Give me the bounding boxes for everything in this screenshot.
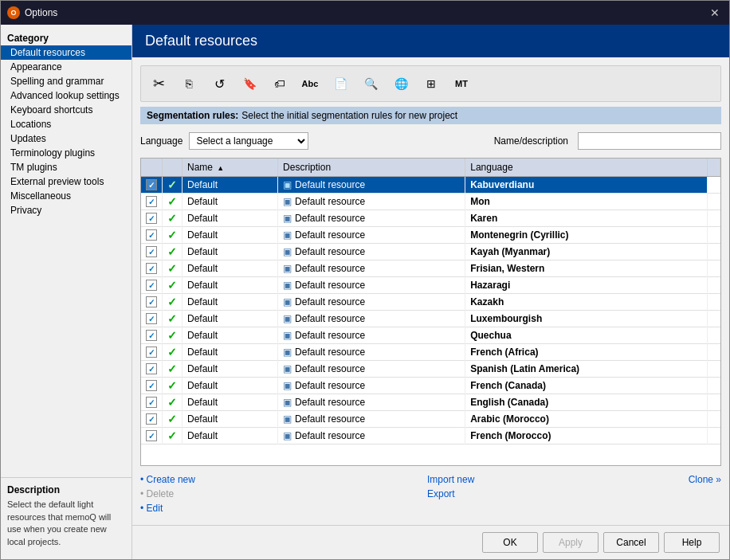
- row-checkbox[interactable]: ✓: [141, 361, 163, 378]
- toolbar-bookmark2-btn[interactable]: 🏷: [265, 69, 294, 98]
- checkbox-icon: ✓: [146, 363, 157, 374]
- row-language: Frisian, Western: [465, 260, 708, 277]
- row-checkbox[interactable]: ✓: [141, 210, 163, 227]
- col-name[interactable]: Name ▲: [182, 159, 278, 177]
- col-language[interactable]: Language: [465, 159, 708, 177]
- row-language: Quechua: [465, 327, 708, 344]
- actions-col-right: Clone »: [689, 474, 721, 485]
- row-checkbox[interactable]: ✓: [141, 277, 163, 294]
- row-checkbox[interactable]: ✓: [141, 260, 163, 277]
- row-description: ▣Default resource: [278, 411, 465, 428]
- create-new-link[interactable]: • Create new: [140, 474, 268, 485]
- table-row[interactable]: ✓ ✓ Default ▣Default resource Hazaragi: [141, 277, 720, 294]
- row-name: Default: [182, 227, 278, 244]
- doc-icon: ▣: [283, 179, 292, 190]
- table-row[interactable]: ✓ ✓ Default ▣Default resource French (Ca…: [141, 378, 720, 394]
- sidebar-item-spelling-grammar[interactable]: Spelling and grammar: [1, 74, 131, 88]
- row-checkbox[interactable]: ✓: [141, 194, 163, 210]
- row-description: ▣Default resource: [278, 344, 465, 361]
- toolbar-refresh-btn[interactable]: ↺: [205, 69, 234, 98]
- row-valid: ✓: [163, 344, 182, 361]
- row-checkbox[interactable]: ✓: [141, 327, 163, 344]
- sidebar-item-terminology-plugins[interactable]: Terminology plugins: [1, 146, 131, 160]
- table-row[interactable]: ✓ ✓ Default ▣Default resource Montenegri…: [141, 227, 720, 244]
- row-language: Luxembourgish: [465, 311, 708, 327]
- table-row[interactable]: ✓ ✓ Default ▣Default resource Frisian, W…: [141, 260, 720, 277]
- help-button[interactable]: Help: [664, 532, 720, 553]
- import-new-link[interactable]: Import new: [427, 474, 555, 485]
- sidebar-item-default-resources[interactable]: Default resources: [1, 45, 131, 60]
- row-checkbox[interactable]: ✓: [141, 411, 163, 428]
- table-row[interactable]: ✓ ✓ Default ▣Default resource Kabuverdia…: [141, 177, 720, 194]
- apply-button[interactable]: Apply: [543, 532, 599, 553]
- row-name: Default: [182, 277, 278, 294]
- table-row[interactable]: ✓ ✓ Default ▣Default resource Mon: [141, 194, 720, 210]
- cancel-button[interactable]: Cancel: [603, 532, 659, 553]
- language-filter-select[interactable]: Select a language: [189, 132, 308, 150]
- row-checkbox[interactable]: ✓: [141, 344, 163, 361]
- toolbar-search-btn[interactable]: 🔍: [356, 69, 385, 98]
- toolbar-bookmark-btn[interactable]: 🔖: [235, 69, 264, 98]
- row-checkbox[interactable]: ✓: [141, 294, 163, 311]
- sidebar-category-label: Category: [1, 29, 131, 45]
- sidebar-item-privacy[interactable]: Privacy: [1, 203, 131, 217]
- sidebar-item-appearance[interactable]: Appearance: [1, 60, 131, 74]
- table-row[interactable]: ✓ ✓ Default ▣Default resource Quechua: [141, 327, 720, 344]
- row-checkbox[interactable]: ✓: [141, 177, 163, 194]
- row-valid: ✓: [163, 227, 182, 244]
- row-checkbox[interactable]: ✓: [141, 394, 163, 411]
- row-description: ▣Default resource: [278, 361, 465, 378]
- sidebar-item-locations[interactable]: Locations: [1, 117, 131, 131]
- app-icon: O: [7, 6, 20, 19]
- actions-col-mid: Import new Export: [427, 474, 555, 499]
- toolbar-globe-btn[interactable]: 🌐: [387, 69, 415, 98]
- sidebar-item-updates[interactable]: Updates: [1, 131, 131, 146]
- close-button[interactable]: ✕: [707, 6, 723, 20]
- row-checkbox[interactable]: ✓: [141, 244, 163, 260]
- sidebar-item-miscellaneous[interactable]: Miscellaneous: [1, 189, 131, 203]
- table-row[interactable]: ✓ ✓ Default ▣Default resource French (Mo…: [141, 428, 720, 444]
- sidebar-item-advanced-lookup[interactable]: Advanced lookup settings: [1, 88, 131, 103]
- export-link[interactable]: Export: [427, 488, 555, 499]
- table-row[interactable]: ✓ ✓ Default ▣Default resource Spanish (L…: [141, 361, 720, 378]
- checkbox-icon: ✓: [146, 397, 157, 408]
- row-name: Default: [182, 361, 278, 378]
- row-checkbox[interactable]: ✓: [141, 428, 163, 444]
- table-row[interactable]: ✓ ✓ Default ▣Default resource French (Af…: [141, 344, 720, 361]
- seg-rules-bar: Segmentation rules: Select the initial s…: [140, 107, 721, 124]
- row-name: Default: [182, 327, 278, 344]
- table-row[interactable]: ✓ ✓ Default ▣Default resource Karen: [141, 210, 720, 227]
- row-checkbox[interactable]: ✓: [141, 227, 163, 244]
- table-row[interactable]: ✓ ✓ Default ▣Default resource Kayah (Mya…: [141, 244, 720, 260]
- sidebar-item-keyboard-shortcuts[interactable]: Keyboard shortcuts: [1, 103, 131, 117]
- table-row[interactable]: ✓ ✓ Default ▣Default resource Arabic (Mo…: [141, 411, 720, 428]
- toolbar-cut-btn[interactable]: ✂: [144, 69, 173, 98]
- row-checkbox[interactable]: ✓: [141, 311, 163, 327]
- sidebar-item-external-preview[interactable]: External preview tools: [1, 174, 131, 189]
- row-checkbox[interactable]: ✓: [141, 378, 163, 394]
- ok-button[interactable]: OK: [482, 532, 538, 553]
- table-row[interactable]: ✓ ✓ Default ▣Default resource Kazakh: [141, 294, 720, 311]
- doc-icon: ▣: [283, 280, 292, 291]
- actions-row: • Create new • Delete • Edit Import new …: [140, 471, 721, 517]
- sidebar-item-tm-plugins[interactable]: TM plugins: [1, 160, 131, 174]
- clone-link[interactable]: Clone »: [689, 474, 721, 485]
- table-row[interactable]: ✓ ✓ Default ▣Default resource Luxembourg…: [141, 311, 720, 327]
- checkbox-icon: ✓: [146, 246, 157, 257]
- doc-icon: ▣: [283, 313, 292, 324]
- edit-link[interactable]: • Edit: [140, 503, 268, 514]
- name-filter-input[interactable]: [578, 132, 721, 150]
- table-row[interactable]: ✓ ✓ Default ▣Default resource English (C…: [141, 394, 720, 411]
- toolbar-copy-btn[interactable]: ⎘: [175, 69, 203, 98]
- delete-link[interactable]: • Delete: [140, 488, 268, 499]
- doc-icon: ▣: [283, 296, 292, 307]
- toolbar-doc-btn[interactable]: 📄: [326, 69, 355, 98]
- col-description[interactable]: Description: [278, 159, 465, 177]
- row-name: Default: [182, 311, 278, 327]
- toolbar-abc-btn[interactable]: Abc: [296, 69, 324, 98]
- doc-icon: ▣: [283, 430, 292, 441]
- row-language: French (Africa): [465, 344, 708, 361]
- toolbar-grid-btn[interactable]: ⊞: [417, 69, 445, 98]
- row-valid: ✓: [163, 311, 182, 327]
- toolbar-mt-btn[interactable]: MT: [447, 69, 476, 98]
